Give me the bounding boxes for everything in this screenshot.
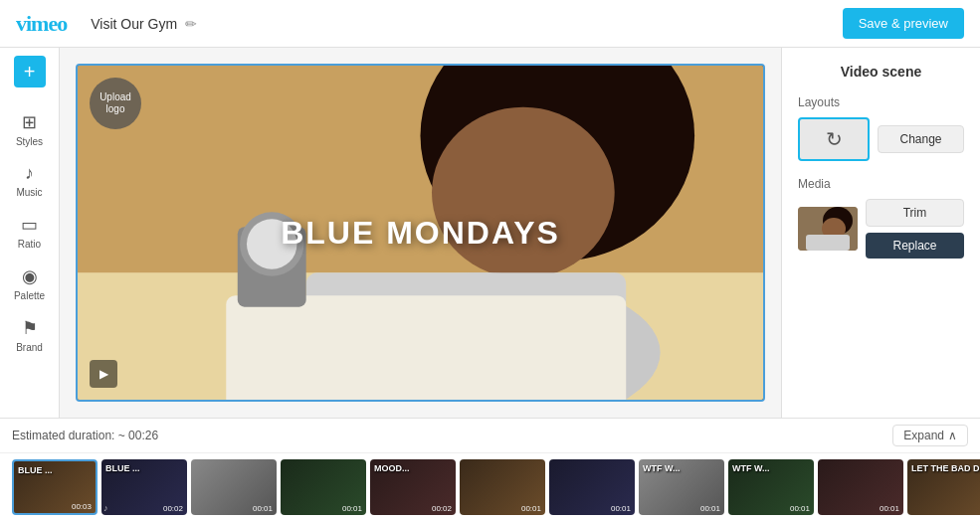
media-buttons: Trim Replace [866,199,964,259]
main-area: + ⊞ Styles ♪ Music ▭ Ratio ◉ Palette ⚑ B… [0,48,980,418]
clip-title-8: WTF W... [728,459,814,478]
clip-duration-0: 00:03 [72,502,92,511]
timeline-header: Estimated duration: ~ 00:26 Expand ∧ [0,419,980,453]
music-icon: ♪ [25,163,34,184]
sidebar-item-ratio[interactable]: ▭ Ratio [0,206,59,258]
add-button[interactable]: + [14,56,46,87]
right-panel: Video scene Layouts ↻ Change Media [781,48,980,418]
media-thumbnail [798,207,858,251]
media-thumb-svg [798,207,858,251]
ratio-label: Ratio [18,239,41,250]
play-icon: ▶ [99,367,108,381]
clip-title-4: MOOD... [370,459,456,478]
duration-label: Estimated duration: ~ 00:26 [12,429,892,442]
chevron-up-icon: ∧ [948,429,957,442]
project-title: Visit Our Gym [91,16,177,32]
upload-logo-button[interactable]: Upload logo [90,78,141,129]
clip-title-7: WTF W... [639,459,724,478]
clip-duration-3: 00:01 [342,504,362,513]
palette-label: Palette [14,290,45,301]
sidebar-item-styles[interactable]: ⊞ Styles [0,103,59,155]
play-button[interactable]: ▶ [90,360,117,388]
brand-icon: ⚑ [22,317,38,339]
timeline-clip-9[interactable]: 00:01 [818,459,903,515]
styles-icon: ⊞ [22,111,37,133]
vimeo-logo: vimeo [16,11,67,37]
panel-title: Video scene [798,64,964,80]
timeline-clip-6[interactable]: 00:01 [549,459,635,515]
expand-label: Expand [903,429,944,442]
sidebar-item-palette[interactable]: ◉ Palette [0,258,59,309]
timeline-clip-2[interactable]: 00:01 [191,459,277,515]
svg-rect-6 [226,295,626,400]
replace-button[interactable]: Replace [866,233,964,259]
layout-thumb-selected[interactable]: ↻ [798,117,870,161]
clip-duration-7: 00:01 [700,504,720,513]
music-label: Music [16,187,42,198]
clip-duration-4: 00:02 [432,504,452,513]
svg-point-3 [432,107,615,278]
clip-title-1: BLUE ... [101,459,187,478]
clip-duration-6: 00:01 [611,504,631,513]
brand-label: Brand [16,342,43,353]
clip-duration-9: 00:01 [880,504,899,513]
refresh-icon: ↻ [826,127,843,151]
timeline: Estimated duration: ~ 00:26 Expand ∧ BLU… [0,418,980,521]
timeline-clip-3[interactable]: 00:01 [281,459,366,515]
layouts-row: ↻ Change [798,117,964,161]
sidebar-item-brand[interactable]: ⚑ Brand [0,309,59,361]
sidebar-item-music[interactable]: ♪ Music [0,155,59,206]
sidebar: + ⊞ Styles ♪ Music ▭ Ratio ◉ Palette ⚑ B… [0,48,60,418]
change-layout-button[interactable]: Change [878,125,964,153]
upload-logo-label: Upload logo [90,91,141,115]
expand-button[interactable]: Expand ∧ [892,425,968,446]
palette-icon: ◉ [22,265,38,287]
timeline-clips: BLUE ...00:03BLUE ...♪00:0200:0100:01MOO… [0,453,980,521]
svg-rect-13 [806,235,850,251]
timeline-clip-5[interactable]: 00:01 [460,459,545,515]
timeline-clip-8[interactable]: WTF W...00:01 [728,459,814,515]
timeline-clip-10[interactable]: LET THE BAD D... [907,459,980,515]
ratio-icon: ▭ [21,214,38,236]
clip-duration-8: 00:01 [790,504,810,513]
timeline-clip-4[interactable]: MOOD...00:02 [370,459,456,515]
media-label: Media [798,177,964,191]
clip-audio-icon-1: ♪ [103,503,108,513]
trim-button[interactable]: Trim [866,199,964,227]
timeline-clip-0[interactable]: BLUE ...00:03 [12,459,98,515]
topbar: vimeo Visit Our Gym ✏ Save & preview [0,0,980,48]
media-section: Media Trim Replace [798,177,964,259]
edit-icon[interactable]: ✏ [185,16,197,32]
media-row: Trim Replace [798,199,964,259]
save-preview-button[interactable]: Save & preview [843,8,964,39]
clip-duration-5: 00:01 [521,504,541,513]
timeline-clip-7[interactable]: WTF W...00:01 [639,459,724,515]
clip-duration-1: 00:02 [163,504,183,513]
clip-duration-2: 00:01 [253,504,273,513]
video-overlay-text: BLUE MONDAYS [281,215,560,252]
canvas-area: Upload logo BLUE MONDAYS ▶ [60,48,781,418]
clip-title-10: LET THE BAD D... [907,459,980,478]
timeline-clip-1[interactable]: BLUE ...♪00:02 [101,459,187,515]
layouts-label: Layouts [798,95,964,109]
styles-label: Styles [16,136,43,147]
clip-title-0: BLUE ... [14,461,96,480]
video-canvas: Upload logo BLUE MONDAYS ▶ [76,64,765,402]
